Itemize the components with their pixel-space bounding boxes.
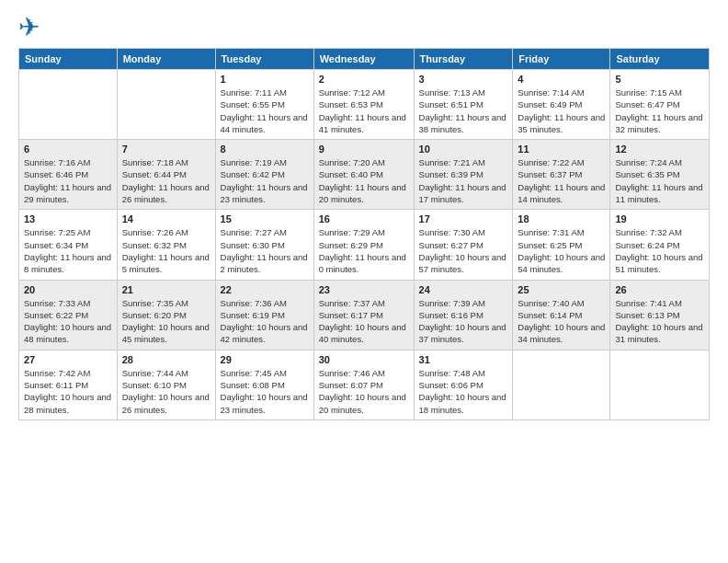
day-info: Sunrise: 7:35 AM Sunset: 6:20 PM Dayligh… [122,297,210,346]
calendar-week-row: 27Sunrise: 7:42 AM Sunset: 6:11 PM Dayli… [19,350,710,419]
calendar-cell: 2Sunrise: 7:12 AM Sunset: 6:53 PM Daylig… [313,70,414,140]
logo: ✈ [18,15,43,40]
calendar-cell: 5Sunrise: 7:15 AM Sunset: 6:47 PM Daylig… [610,70,710,140]
calendar-week-row: 1Sunrise: 7:11 AM Sunset: 6:55 PM Daylig… [19,70,710,140]
day-number: 23 [319,284,409,295]
day-info: Sunrise: 7:13 AM Sunset: 6:51 PM Dayligh… [419,86,508,135]
day-info: Sunrise: 7:21 AM Sunset: 6:39 PM Dayligh… [419,156,508,205]
day-number: 30 [319,354,409,365]
calendar-cell: 21Sunrise: 7:35 AM Sunset: 6:20 PM Dayli… [117,280,215,350]
day-number: 27 [24,354,112,365]
calendar-header-row: SundayMondayTuesdayWednesdayThursdayFrid… [19,49,710,70]
calendar-cell: 6Sunrise: 7:16 AM Sunset: 6:46 PM Daylig… [19,140,118,210]
day-number: 22 [221,284,309,295]
calendar-cell: 25Sunrise: 7:40 AM Sunset: 6:14 PM Dayli… [513,280,610,350]
calendar-cell: 16Sunrise: 7:29 AM Sunset: 6:29 PM Dayli… [313,210,414,280]
day-number: 10 [419,144,508,155]
day-number: 2 [319,74,409,85]
day-info: Sunrise: 7:39 AM Sunset: 6:16 PM Dayligh… [419,297,508,346]
calendar-cell: 26Sunrise: 7:41 AM Sunset: 6:13 PM Dayli… [610,280,710,350]
day-number: 16 [319,213,409,224]
day-info: Sunrise: 7:42 AM Sunset: 6:11 PM Dayligh… [24,367,112,416]
calendar-cell: 14Sunrise: 7:26 AM Sunset: 6:32 PM Dayli… [117,210,215,280]
day-number: 29 [221,354,309,365]
day-info: Sunrise: 7:26 AM Sunset: 6:32 PM Dayligh… [122,226,210,275]
calendar-cell: 4Sunrise: 7:14 AM Sunset: 6:49 PM Daylig… [513,70,610,140]
day-number: 6 [24,144,112,155]
calendar-cell: 30Sunrise: 7:46 AM Sunset: 6:07 PM Dayli… [313,350,414,419]
day-info: Sunrise: 7:36 AM Sunset: 6:19 PM Dayligh… [221,297,309,346]
day-number: 5 [615,74,704,85]
day-number: 15 [221,213,309,224]
day-number: 18 [518,213,605,224]
weekday-header: Monday [117,49,215,70]
day-number: 14 [122,213,210,224]
day-number: 31 [419,354,508,365]
calendar-cell: 8Sunrise: 7:19 AM Sunset: 6:42 PM Daylig… [215,140,313,210]
day-info: Sunrise: 7:14 AM Sunset: 6:49 PM Dayligh… [518,86,605,135]
day-info: Sunrise: 7:22 AM Sunset: 6:37 PM Dayligh… [518,156,605,205]
calendar-cell: 9Sunrise: 7:20 AM Sunset: 6:40 PM Daylig… [313,140,414,210]
day-info: Sunrise: 7:18 AM Sunset: 6:44 PM Dayligh… [122,156,210,205]
day-number: 26 [615,284,704,295]
calendar-cell: 31Sunrise: 7:48 AM Sunset: 6:06 PM Dayli… [414,350,513,419]
day-info: Sunrise: 7:24 AM Sunset: 6:35 PM Dayligh… [615,156,704,205]
day-info: Sunrise: 7:45 AM Sunset: 6:08 PM Dayligh… [221,367,309,416]
day-number: 13 [24,213,112,224]
calendar-cell [610,350,710,419]
weekday-header: Tuesday [215,49,313,70]
calendar-cell: 24Sunrise: 7:39 AM Sunset: 6:16 PM Dayli… [414,280,513,350]
day-number: 19 [615,213,704,224]
day-number: 24 [419,284,508,295]
day-info: Sunrise: 7:27 AM Sunset: 6:30 PM Dayligh… [221,226,309,275]
calendar-cell: 7Sunrise: 7:18 AM Sunset: 6:44 PM Daylig… [117,140,215,210]
day-number: 17 [419,213,508,224]
calendar-cell: 20Sunrise: 7:33 AM Sunset: 6:22 PM Dayli… [19,280,118,350]
calendar-cell: 3Sunrise: 7:13 AM Sunset: 6:51 PM Daylig… [414,70,513,140]
calendar-week-row: 13Sunrise: 7:25 AM Sunset: 6:34 PM Dayli… [19,210,710,280]
day-info: Sunrise: 7:15 AM Sunset: 6:47 PM Dayligh… [615,86,704,135]
day-number: 8 [221,144,309,155]
calendar-cell: 29Sunrise: 7:45 AM Sunset: 6:08 PM Dayli… [215,350,313,419]
calendar-cell: 1Sunrise: 7:11 AM Sunset: 6:55 PM Daylig… [215,70,313,140]
day-number: 28 [122,354,210,365]
day-info: Sunrise: 7:41 AM Sunset: 6:13 PM Dayligh… [615,297,704,346]
calendar-cell: 17Sunrise: 7:30 AM Sunset: 6:27 PM Dayli… [414,210,513,280]
calendar-cell: 28Sunrise: 7:44 AM Sunset: 6:10 PM Dayli… [117,350,215,419]
calendar-cell: 22Sunrise: 7:36 AM Sunset: 6:19 PM Dayli… [215,280,313,350]
day-info: Sunrise: 7:44 AM Sunset: 6:10 PM Dayligh… [122,367,210,416]
weekday-header: Wednesday [313,49,414,70]
calendar-cell: 10Sunrise: 7:21 AM Sunset: 6:39 PM Dayli… [414,140,513,210]
calendar-cell: 27Sunrise: 7:42 AM Sunset: 6:11 PM Dayli… [19,350,118,419]
day-info: Sunrise: 7:29 AM Sunset: 6:29 PM Dayligh… [319,226,409,275]
day-number: 1 [221,74,309,85]
weekday-header: Thursday [414,49,513,70]
calendar-cell: 23Sunrise: 7:37 AM Sunset: 6:17 PM Dayli… [313,280,414,350]
day-number: 25 [518,284,605,295]
page-container: ✈ SundayMondayTuesdayWednesdayThursdayFr… [0,0,728,430]
day-number: 4 [518,74,605,85]
weekday-header: Sunday [19,49,118,70]
day-info: Sunrise: 7:16 AM Sunset: 6:46 PM Dayligh… [24,156,112,205]
day-info: Sunrise: 7:33 AM Sunset: 6:22 PM Dayligh… [24,297,112,346]
calendar-cell [117,70,215,140]
calendar-week-row: 6Sunrise: 7:16 AM Sunset: 6:46 PM Daylig… [19,140,710,210]
day-info: Sunrise: 7:25 AM Sunset: 6:34 PM Dayligh… [24,226,112,275]
day-number: 7 [122,144,210,155]
calendar-cell: 13Sunrise: 7:25 AM Sunset: 6:34 PM Dayli… [19,210,118,280]
calendar-cell: 12Sunrise: 7:24 AM Sunset: 6:35 PM Dayli… [610,140,710,210]
day-info: Sunrise: 7:19 AM Sunset: 6:42 PM Dayligh… [221,156,309,205]
calendar-table: SundayMondayTuesdayWednesdayThursdayFrid… [18,48,710,420]
calendar-cell [513,350,610,419]
day-info: Sunrise: 7:20 AM Sunset: 6:40 PM Dayligh… [319,156,409,205]
day-info: Sunrise: 7:32 AM Sunset: 6:24 PM Dayligh… [615,226,704,275]
day-info: Sunrise: 7:46 AM Sunset: 6:07 PM Dayligh… [319,367,409,416]
day-number: 20 [24,284,112,295]
logo-icon: ✈ [18,15,40,40]
day-number: 11 [518,144,605,155]
day-number: 9 [319,144,409,155]
calendar-cell: 18Sunrise: 7:31 AM Sunset: 6:25 PM Dayli… [513,210,610,280]
calendar-cell [19,70,118,140]
weekday-header: Friday [513,49,610,70]
day-number: 3 [419,74,508,85]
